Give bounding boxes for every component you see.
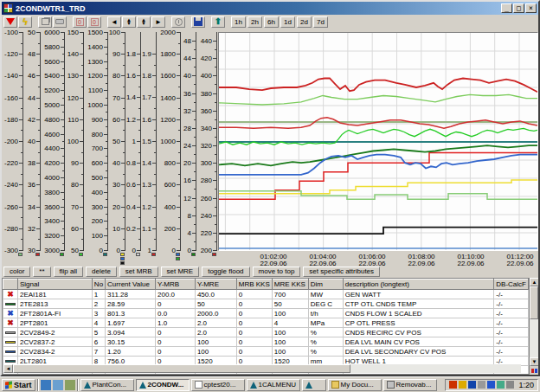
taskbar-task-icon[interactable] <box>302 379 326 391</box>
taskbar-task-plantcon[interactable]: PlantCon... <box>80 379 134 391</box>
y-scale-2[interactable]: 6000580056005400520050004800460044004200… <box>42 32 66 257</box>
taskbar-task-removab[interactable]: Removab... <box>383 379 437 391</box>
table-row[interactable]: ✖2FT2801A-FI3801.30.02000.00100t/hCNDS F… <box>3 309 529 318</box>
table-row[interactable]: 2CV2849-253.09402.00100%CNDS RECIRC CV P… <box>3 328 529 337</box>
taskbar-task-cptest20[interactable]: cptest20... <box>191 379 245 391</box>
hscroll-left-icon[interactable]: ◄ <box>3 364 13 373</box>
action-button-flip-all[interactable]: flip all <box>54 267 83 277</box>
y-scale-5[interactable]: 1009080706050403020100 <box>109 32 126 257</box>
table-row[interactable]: ✖2PT280141.6971.02.004MPaCP OTL PRESS-/- <box>3 318 529 328</box>
y-scale-6[interactable]: 1.81.61.41.210.80.60.40.20 <box>126 32 142 257</box>
tray-icon-2[interactable] <box>468 381 476 389</box>
tray-icon-0[interactable] <box>449 381 457 389</box>
taskbar-task-mydocu[interactable]: My Docu... <box>328 379 382 391</box>
spin-updown-icon[interactable]: ▲▼ <box>122 16 136 28</box>
column-header-description (longtext)[interactable]: description (longtext) <box>343 280 494 290</box>
y-scale-8[interactable]: 2000180016001400120010008006004002000 <box>158 32 182 257</box>
y-scale-7[interactable]: 1.91.81.71.61.51.41.31.21.11 <box>142 32 158 257</box>
save-icon[interactable] <box>191 16 205 28</box>
taskbar-task-1calmenu[interactable]: 1CALMENU <box>247 379 300 391</box>
quicklaunch-window-icon[interactable] <box>53 380 63 390</box>
y-scale-label: 1.3 <box>142 181 151 189</box>
chart-plot[interactable] <box>218 32 538 251</box>
y-scale-label: 3400 <box>44 217 60 225</box>
action-button-delete[interactable]: delete <box>86 267 117 277</box>
range-button-1d[interactable]: 1d <box>280 16 295 28</box>
y-scale-label: 600 <box>164 181 176 189</box>
vscroll-down-icon[interactable]: ▼ <box>530 357 539 366</box>
scroll-right-icon[interactable]: ► <box>151 16 165 28</box>
y-scale-label: -180 <box>4 115 18 123</box>
horizontal-scrollbar[interactable]: ◄ <box>3 364 521 373</box>
y-scale-label: 60 <box>112 115 120 123</box>
column-header-Dim[interactable]: Dim <box>308 280 343 290</box>
column-header-Y-MRE[interactable]: Y-MRE <box>195 280 236 290</box>
range-button-2d[interactable]: 2d <box>297 16 312 28</box>
column-header-Current Value[interactable]: Current Value <box>106 280 156 290</box>
column-header-MRE KKS[interactable]: MRE KKS <box>272 280 308 290</box>
maximize-button[interactable]: □ <box>513 3 524 13</box>
range-button-1h[interactable]: 1h <box>231 16 246 28</box>
y-scale-label: 46 <box>28 72 35 80</box>
vscroll-thumb[interactable] <box>530 286 538 319</box>
y-scale-4[interactable]: 1500140013001200110010009008007006005004… <box>85 32 109 257</box>
action-button-color[interactable]: color <box>3 267 30 277</box>
tray-icon-3[interactable] <box>478 381 485 389</box>
time-window-icon[interactable] <box>171 16 185 28</box>
range-button-6h[interactable]: 6h <box>264 16 279 28</box>
alarm-funnel-icon[interactable] <box>3 16 17 28</box>
scale-color-marker <box>35 253 40 256</box>
vertical-scrollbar[interactable]: ▲ ▼ <box>529 278 538 375</box>
copy-page-icon[interactable] <box>38 16 52 28</box>
table-row[interactable]: 2CV2837-2630.1501000100%DEA LVL MAIN CV … <box>3 337 529 347</box>
task-buttons: PlantCon...2CONDW...cptest20...1CALMENUM… <box>80 379 444 391</box>
range-button-2h[interactable]: 2h <box>248 16 262 28</box>
y-scale-3[interactable]: 1501401301201101009080706050 <box>66 32 85 257</box>
column-header-Signal[interactable]: Signal <box>18 280 93 290</box>
table-row[interactable]: ✖2EAI1811311.28200.0450.00700MWGEN WATT-… <box>3 290 529 299</box>
close-button[interactable]: × <box>525 3 537 13</box>
table-row[interactable]: 2TE2813228.59050050DEG CCTP OTL CNDS TEM… <box>3 299 529 309</box>
curve-line-icon <box>5 341 16 344</box>
printer-icon[interactable] <box>53 16 67 28</box>
column-header-MRB KKS[interactable]: MRB KKS <box>236 280 272 290</box>
quicklaunch-desktop-icon[interactable] <box>41 380 51 390</box>
column-header-DB-CalcF[interactable]: DB-CalcF <box>494 280 529 290</box>
y-scale-label: 1.4 <box>126 93 136 101</box>
y-scale-label: 5800 <box>44 42 60 50</box>
y-scale-0[interactable]: -100-120-140-160-180-200-220-240-260-280… <box>2 32 24 257</box>
column-header-marker[interactable] <box>3 280 18 290</box>
start-button[interactable]: Start <box>2 379 35 391</box>
range-button-7d[interactable]: 7d <box>313 16 328 28</box>
lightning-icon[interactable]: ϟ <box>18 16 32 28</box>
export-up-icon[interactable]: ⬆ <box>211 16 225 28</box>
zero-b-icon[interactable]: 0 <box>87 16 101 28</box>
table-row[interactable]: 2CV2834-271.2001000100%DEA LVL SECONDARY… <box>3 347 529 357</box>
zero-a-icon[interactable]: 0 <box>73 16 87 28</box>
spin-updown2-icon[interactable]: ▲▼ <box>137 16 151 28</box>
cell: 1.20 <box>106 347 156 357</box>
tray-icon-5[interactable] <box>497 381 505 389</box>
vscroll-up-icon[interactable]: ▲ <box>530 278 539 286</box>
hscroll-thumb[interactable] <box>13 364 350 373</box>
action-button-set-mre[interactable]: set MRE <box>161 267 200 277</box>
cell: MW <box>308 290 343 299</box>
minimize-button[interactable]: _ <box>501 3 512 13</box>
y-scale-label: 900 <box>92 115 103 123</box>
taskbar-task-2condw[interactable]: 2CONDW... <box>136 379 190 391</box>
action-button---[interactable]: ** <box>33 267 50 277</box>
tray-icon-1[interactable] <box>459 381 466 389</box>
column-header-Y-MRB[interactable]: Y-MRB <box>156 280 196 290</box>
y-scale-10[interactable]: 440420400380360340320300280260240220200 <box>197 32 218 257</box>
scroll-left-icon[interactable]: ◄ <box>107 16 121 28</box>
trend-line-cnds-recirc-lgreen <box>219 191 537 200</box>
action-button-set-mrb[interactable]: set MRB <box>119 267 158 277</box>
y-scale-9[interactable]: 48444036322824201612840 <box>182 32 197 257</box>
scale-color-marker <box>103 253 107 256</box>
quicklaunch-app-icon[interactable] <box>65 380 75 390</box>
y-scale-1[interactable]: 5048464442403836343230 <box>24 32 42 257</box>
column-header-No[interactable]: No <box>92 280 105 290</box>
tray-icon-6[interactable] <box>506 381 514 389</box>
y-scale-label: 50 <box>71 247 79 254</box>
tray-icon-4[interactable] <box>487 381 495 389</box>
